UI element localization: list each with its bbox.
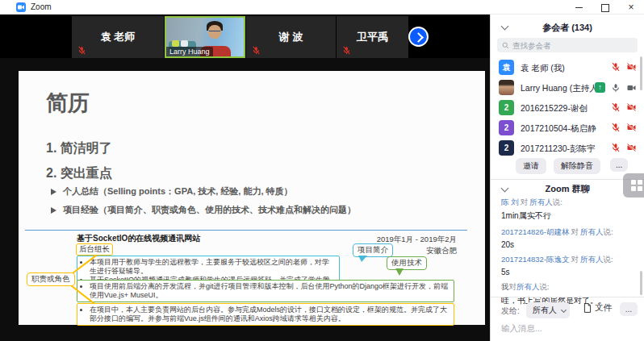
- project-title: 基于SocketIO的在线视频通讯网站: [77, 233, 200, 244]
- pillow-shape: [181, 40, 188, 47]
- chat-message-header: 我对所有人说:: [501, 282, 634, 293]
- camera-off-icon: [626, 102, 637, 112]
- file-label: 文件: [595, 302, 612, 314]
- callout-role: 职责或角色: [27, 272, 75, 286]
- chat-message-header: 2017214826-胡建林对所有人说:: [501, 227, 634, 238]
- chevron-down-icon: [561, 307, 567, 313]
- chat-connector: 对: [521, 198, 529, 206]
- screen-share-area: 简历 1. 简洁明了 2. 突出重点 个人总结（Selling points：G…: [0, 58, 490, 341]
- slide-bullet-2: 项目经验（项目简介、职责或角色、使用的技术、技术难点和解决的问题）: [51, 204, 356, 216]
- participant-row[interactable]: 2 2016215229-谢创: [491, 98, 644, 118]
- participants-more-button[interactable]: ...: [610, 158, 628, 172]
- chat-text: 5s: [501, 268, 634, 277]
- presentation-slide: 简历 1. 简洁明了 2. 突出重点 个人总结（Selling points：G…: [19, 71, 485, 325]
- chat-sender: 2017214832-陈逸文: [501, 255, 570, 264]
- search-icon: [502, 42, 509, 49]
- avatar-initial: 2: [504, 103, 509, 112]
- video-tile-larry-active[interactable]: Larry Huang: [165, 16, 245, 58]
- slide-point-1: 1. 简洁明了: [46, 140, 112, 157]
- participant-row[interactable]: 袁 袁 老师 (我): [491, 57, 644, 77]
- close-button[interactable]: ×: [625, 2, 638, 13]
- avatar: 2: [499, 100, 514, 115]
- divider-line: [25, 230, 467, 231]
- mic-muted-icon: [611, 123, 621, 132]
- avatar-initial: 袁: [503, 62, 511, 73]
- participants-scrollbar[interactable]: [640, 56, 642, 90]
- avatar: 2: [499, 120, 514, 135]
- chat-says: 说:: [604, 227, 613, 236]
- file-icon: [583, 303, 592, 313]
- pillow-shape: [172, 40, 179, 47]
- tile-name: 谢 波: [279, 30, 303, 44]
- panel-divider: [491, 179, 644, 180]
- chat-connector: 对: [571, 227, 579, 236]
- chat-text: 20s: [501, 240, 634, 249]
- participant-status-icons: [611, 123, 637, 132]
- duty-bullet: 在项目中，本人主要负责网站的后台内容。参与完成Models的设计，接口文档的设定…: [90, 306, 450, 323]
- send-to-label: 发给:: [501, 306, 520, 317]
- unmute-all-button[interactable]: 解除静音: [554, 158, 600, 174]
- zoom-app-icon: [16, 2, 26, 12]
- tech-bullet: 项目使用前后端分离的开发流程，并git进行项目管理和版本控制，后台使用Pytho…: [90, 282, 450, 300]
- slide-bullet-1: 个人总结（Selling points：GPA, 技术, 经验, 能力, 特质）: [51, 185, 293, 198]
- file-button[interactable]: 文件: [583, 302, 612, 314]
- participant-name: 2017210504-杨启静: [521, 123, 596, 135]
- avatar: 2: [499, 140, 514, 156]
- chat-message: 2017214832-陈逸文对所有人说: 5s: [501, 255, 634, 277]
- participant-status-icons: [611, 102, 637, 112]
- participant-search-box[interactable]: [497, 38, 638, 52]
- camera-off-icon: [626, 123, 637, 132]
- arrow-bullet-icon: [51, 189, 56, 195]
- chat-recipient: 所有人: [580, 227, 604, 236]
- project-tech-box: 项目使用前后端分离的开发流程，并git进行项目管理和版本控制，后台使用Pytho…: [77, 280, 454, 302]
- callout-tech-used: 使用技术: [387, 256, 427, 270]
- chat-text: 1min属实不行: [501, 210, 634, 222]
- chat-footer: 发给: 所有人 文件 ...: [491, 297, 644, 341]
- chat-title: Zoom 群聊: [491, 183, 644, 195]
- window-controls: ×: [573, 0, 641, 15]
- camera-on-icon: [626, 83, 637, 93]
- video-strip: 袁 老师 Larry Huang 谢 波 卫平禹: [0, 16, 490, 58]
- chat-message-header: 陈 刘对所有人说:: [501, 198, 634, 208]
- video-tile-xie[interactable]: 谢 波: [246, 16, 336, 58]
- mic-on-icon: [611, 83, 621, 93]
- send-to-dropdown[interactable]: 所有人: [526, 302, 570, 318]
- next-participants-button[interactable]: [408, 27, 429, 47]
- mic-muted-icon: [77, 46, 86, 55]
- search-input[interactable]: [512, 41, 617, 50]
- tile-name: 卫平禹: [357, 30, 388, 44]
- slide-bullet-2-text: 项目经验（项目简介、职责或角色、使用的技术、技术难点和解决的问题）: [63, 204, 356, 216]
- invite-button[interactable]: 邀请: [516, 158, 546, 174]
- participant-row[interactable]: Larry Huang (主持人) ↑: [491, 77, 644, 98]
- project-duty-box: 在项目中，本人主要负责网站的后台内容。参与完成Models的设计，接口文档的设定…: [77, 303, 454, 326]
- arrow-bullet-icon: [51, 207, 56, 214]
- maximize-button[interactable]: [599, 2, 612, 13]
- avatar: 袁: [499, 60, 514, 75]
- participant-row[interactable]: 2 2017211230-彭陈宇: [491, 138, 644, 158]
- zoom-window: Zoom × 袁 老师 Larry Huang: [0, 0, 644, 341]
- chat-says: 说:: [540, 282, 550, 291]
- sidebar-panel: 参会者 (134) 袁 袁 老师 (我) Larry Huang (主持人) ↑: [490, 15, 644, 341]
- app-title: Zoom: [31, 2, 52, 11]
- intro-bullet-1: 本项目用于教师与学生的远程教学，主要服务于较远校区之间的老师，对学生进行答疑辅导…: [90, 258, 336, 276]
- gallery-grid-floating-button[interactable]: [623, 173, 644, 198]
- participants-title: 参会者 (134): [491, 22, 644, 34]
- chat-sender: 我: [501, 282, 509, 291]
- participant-row[interactable]: 2 2017210504-杨启静: [491, 118, 644, 138]
- avatar-initial: 2: [504, 123, 509, 132]
- chat-sender: 陈 刘: [501, 198, 519, 206]
- callout-project-intro: 项目简介: [353, 243, 393, 257]
- camera-off-icon: [626, 143, 637, 152]
- chat-input[interactable]: [501, 323, 630, 333]
- chat-more-button[interactable]: ...: [620, 302, 638, 316]
- chat-scrollbar[interactable]: [640, 271, 642, 295]
- mic-muted-icon: [611, 62, 621, 72]
- avatar-photo: [499, 80, 514, 95]
- mic-muted-icon: [611, 143, 621, 152]
- participant-status-icons: ↑: [595, 82, 637, 93]
- mic-muted-icon: [611, 102, 621, 112]
- minimize-button[interactable]: [573, 2, 586, 13]
- project-role-chip: 后台组长: [76, 243, 113, 256]
- video-tile-wei[interactable]: 卫平禹: [337, 16, 408, 58]
- video-tile-yuan[interactable]: 袁 老师: [72, 16, 164, 58]
